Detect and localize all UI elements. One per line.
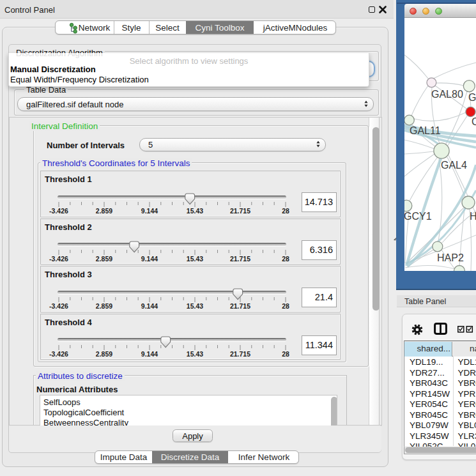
svg-text:H: H [470,211,476,222]
svg-text:GAL11: GAL11 [410,125,441,136]
svg-text:C: C [472,116,476,127]
svg-text:GCY1: GCY1 [404,211,432,222]
svg-text:GAL80: GAL80 [431,89,463,100]
svg-text:GA: GA [468,92,476,103]
svg-text:HAP2: HAP2 [437,252,464,263]
svg-text:GAL4: GAL4 [441,160,467,171]
